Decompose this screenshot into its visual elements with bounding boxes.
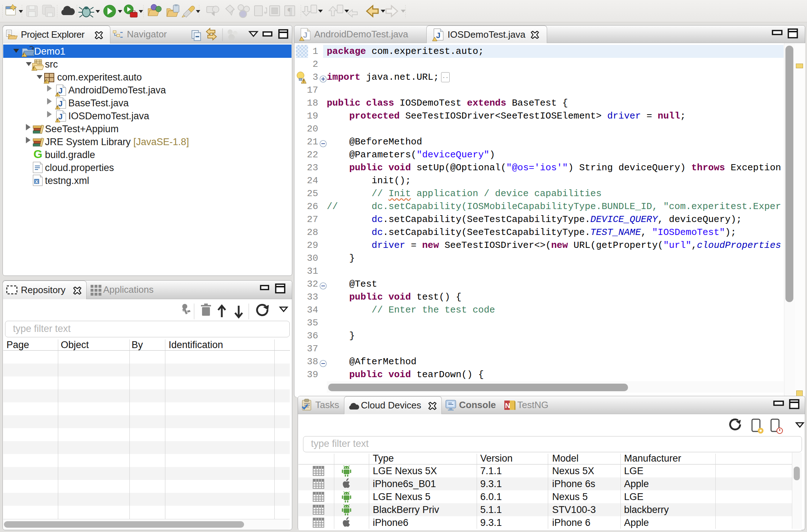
svg-text:!: ! xyxy=(45,79,47,84)
svg-text:!: ! xyxy=(57,119,58,122)
svg-text:J: J xyxy=(58,86,63,95)
svg-text:J: J xyxy=(58,99,63,108)
svg-text:!: ! xyxy=(57,106,58,110)
svg-text:J: J xyxy=(303,31,307,40)
svg-text:x: x xyxy=(35,179,38,184)
svg-text:J: J xyxy=(436,31,440,40)
svg-text:J: J xyxy=(58,112,63,121)
svg-text:N: N xyxy=(505,402,510,410)
svg-text:!: ! xyxy=(23,53,24,57)
svg-text:G: G xyxy=(33,148,42,161)
svg-text:¶: ¶ xyxy=(288,5,292,17)
svg-text:!: ! xyxy=(33,66,35,71)
svg-text:!: ! xyxy=(57,93,58,97)
